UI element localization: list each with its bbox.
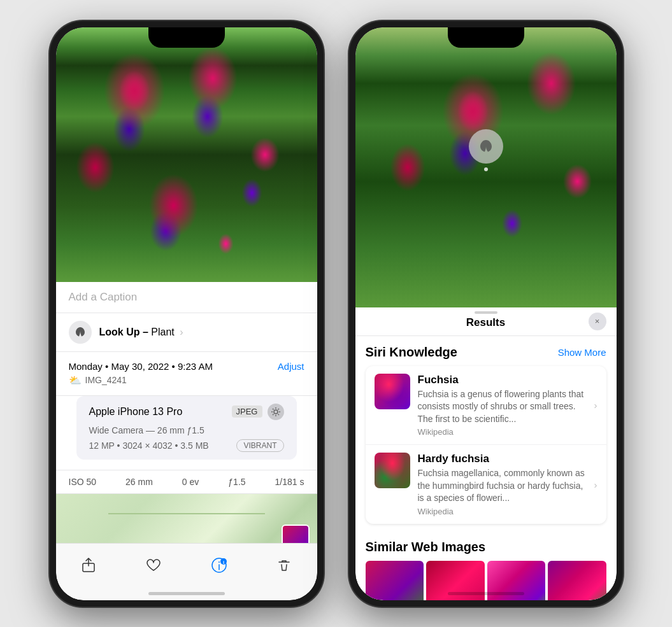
fuchsia-content: Fuchsia Fuchsia is a genus of flowering …: [418, 374, 587, 437]
close-icon: ×: [595, 316, 600, 326]
right-notch: [448, 27, 524, 48]
focal-value: 26 mm: [125, 477, 153, 487]
svg-point-0: [274, 410, 278, 414]
gear-svg: [271, 407, 281, 417]
fuchsia-source: Wikipedia: [418, 427, 587, 437]
caption-area[interactable]: Add a Caption: [56, 282, 317, 313]
leaf-vlu-icon: [477, 137, 495, 155]
lookup-area[interactable]: Look Up – Plant ›: [56, 313, 317, 352]
right-home-indicator: [448, 592, 524, 595]
info-icon: i: [211, 557, 227, 574]
svg-point-3: [218, 561, 220, 563]
jpeg-badge: JPEG: [232, 405, 262, 418]
siri-knowledge-title: Siri Knowledge: [366, 345, 457, 360]
svg-text:i: i: [223, 560, 224, 565]
siri-knowledge-section: Siri Knowledge Show More: [355, 336, 617, 532]
lookup-label: Look Up –: [99, 327, 148, 337]
similar-images-header: Similar Web Images: [366, 540, 606, 554]
filename-row: ⛅ IMG_4241: [69, 374, 304, 386]
notch: [148, 27, 225, 48]
trash-icon: [276, 557, 292, 574]
vibrant-badge: VIBRANT: [236, 439, 283, 452]
hardy-source: Wikipedia: [418, 507, 587, 516]
date-row: Monday • May 30, 2022 • 9:23 AM Adjust: [69, 361, 304, 372]
trash-button[interactable]: [275, 556, 294, 575]
hardy-chevron: ›: [594, 479, 597, 490]
camera-info-card: Apple iPhone 13 Pro JPEG: [76, 396, 297, 460]
knowledge-item-fuchsia[interactable]: Fuchsia Fuchsia is a genus of flowering …: [366, 366, 606, 446]
left-phone: Add a Caption Look Up – Plant ›: [50, 21, 324, 607]
knowledge-card: Fuchsia Fuchsia is a genus of flowering …: [366, 366, 606, 525]
adjust-button[interactable]: Adjust: [278, 361, 304, 372]
right-phone-inner: Results × Siri Knowledge Show More: [355, 27, 617, 600]
hardy-thumbnail: [375, 453, 410, 488]
exif-row: ISO 50 26 mm 0 ev ƒ1.5 1/181 s: [56, 470, 317, 494]
iso-value: ISO 50: [69, 477, 97, 487]
camera-model-row: Apple iPhone 13 Pro JPEG: [89, 404, 284, 420]
camera-details: Wide Camera — 26 mm ƒ1.5: [89, 425, 284, 435]
hardy-content: Hardy fuchsia Fuchsia magellanica, commo…: [418, 453, 587, 516]
similar-image-1[interactable]: [366, 561, 424, 600]
siri-knowledge-header: Siri Knowledge Show More: [366, 345, 606, 360]
chevron-icon: ›: [177, 327, 183, 337]
lookup-subject: Plant: [148, 327, 175, 337]
resolution-label: 12 MP • 3024 × 4032 • 3.5 MB: [89, 440, 209, 451]
siri-flower-image: [355, 27, 617, 307]
hardy-name: Hardy fuchsia: [418, 453, 587, 465]
lookup-text: Look Up – Plant ›: [99, 327, 183, 338]
heart-icon: [145, 557, 162, 574]
results-header: Results ×: [355, 307, 617, 336]
heart-button[interactable]: [144, 556, 163, 575]
home-indicator: [148, 592, 225, 595]
right-phone-screen: Results × Siri Knowledge Show More: [355, 27, 617, 600]
gear-icon[interactable]: [268, 404, 284, 420]
similar-images-section: Similar Web Images: [355, 531, 617, 600]
fuchsia-description: Fuchsia is a genus of flowering plants t…: [418, 388, 587, 426]
fuchsia-thumbnail: [375, 374, 410, 409]
hardy-description: Fuchsia magellanica, commonly known as t…: [418, 467, 587, 505]
fuchsia-name: Fuchsia: [418, 374, 587, 386]
camera-badges: JPEG: [232, 404, 284, 420]
phones-container: Add a Caption Look Up – Plant ›: [50, 21, 623, 607]
flower-image-inner: [56, 27, 317, 282]
drag-handle: [475, 311, 497, 314]
caption-placeholder[interactable]: Add a Caption: [69, 291, 138, 303]
shutter-value: 1/181 s: [275, 477, 304, 487]
visual-lookup-button[interactable]: [469, 129, 503, 164]
similar-images-title: Similar Web Images: [366, 540, 486, 554]
similar-image-4[interactable]: [548, 561, 606, 600]
ev-value: 0 ev: [182, 477, 199, 487]
share-button[interactable]: [79, 556, 98, 575]
left-phone-inner: Add a Caption Look Up – Plant ›: [56, 27, 317, 600]
results-title: Results: [466, 316, 505, 329]
vlu-dot: [484, 167, 488, 171]
cloud-icon: ⛅: [69, 374, 82, 386]
leaf-icon: [74, 326, 87, 339]
knowledge-item-hardy[interactable]: Hardy fuchsia Fuchsia magellanica, commo…: [366, 445, 606, 524]
show-more-button[interactable]: Show More: [558, 347, 606, 358]
camera-model-label: Apple iPhone 13 Pro: [89, 406, 183, 418]
fuchsia-chevron: ›: [594, 400, 597, 411]
metadata-area: Monday • May 30, 2022 • 9:23 AM Adjust ⛅…: [56, 352, 317, 396]
date-label: Monday • May 30, 2022 • 9:23 AM: [69, 361, 213, 372]
flower-image: [56, 27, 317, 282]
results-panel: Results × Siri Knowledge Show More: [355, 307, 617, 600]
aperture-value: ƒ1.5: [228, 477, 245, 487]
resolution-row: 12 MP • 3024 × 4032 • 3.5 MB VIBRANT: [89, 439, 284, 452]
left-phone-screen: Add a Caption Look Up – Plant ›: [56, 27, 317, 600]
info-button[interactable]: i: [210, 556, 229, 575]
close-button[interactable]: ×: [589, 313, 606, 330]
leaf-icon-circle: [69, 321, 92, 344]
share-icon: [80, 557, 97, 574]
filename-label: IMG_4241: [85, 375, 127, 385]
right-phone: Results × Siri Knowledge Show More: [349, 21, 623, 607]
